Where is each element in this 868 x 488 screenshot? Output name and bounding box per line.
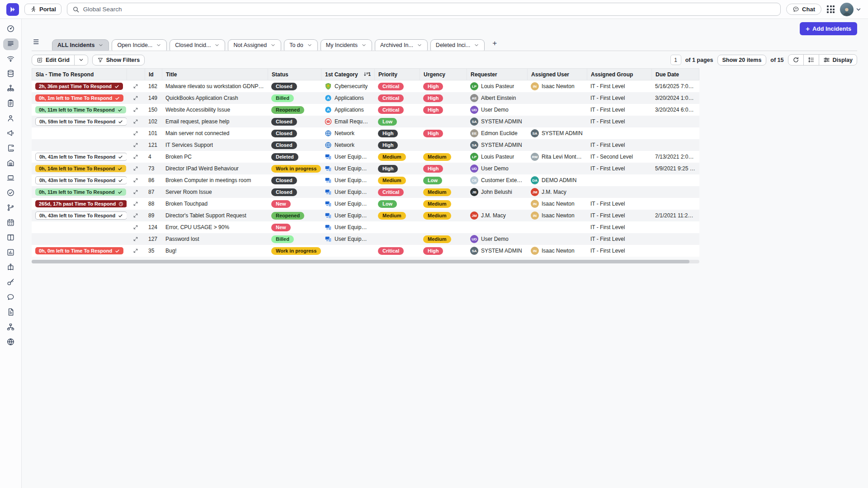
page-number-input[interactable] bbox=[670, 55, 681, 65]
expand-row-icon[interactable] bbox=[133, 178, 138, 183]
sidebar-item-chat-bubble[interactable] bbox=[3, 292, 19, 304]
tab-to-do[interactable]: To do bbox=[284, 39, 318, 51]
tab-open-incide[interactable]: Open Incide... bbox=[112, 39, 167, 51]
cell-assigned_user: JMJ.M. Macy bbox=[527, 186, 587, 198]
expand-row-icon[interactable] bbox=[133, 84, 138, 89]
incident-row[interactable]: 0h, 11m left to Time To Respond87Server … bbox=[32, 186, 699, 198]
edit-grid-button[interactable]: Edit Grid bbox=[32, 55, 74, 65]
expand-row-icon[interactable] bbox=[133, 154, 138, 160]
sidebar-item-wifi-signal[interactable] bbox=[3, 53, 19, 65]
column-header-title: Title bbox=[162, 69, 268, 80]
sidebar-item-branch[interactable] bbox=[3, 202, 19, 214]
expand-row-icon[interactable] bbox=[133, 107, 138, 113]
chat-button[interactable]: Chat bbox=[786, 4, 821, 15]
add-incidents-button[interactable]: + Add Incidents bbox=[800, 22, 857, 35]
sidebar-item-document[interactable] bbox=[3, 307, 19, 319]
status-badge: Deleted bbox=[271, 153, 298, 161]
add-tab-button[interactable]: + bbox=[489, 38, 500, 49]
portal-button[interactable]: Portal bbox=[24, 4, 61, 15]
expand-row-icon[interactable] bbox=[133, 166, 138, 171]
sla-text: 0h, 41m left to Time To Respond bbox=[39, 155, 115, 160]
expand-row-icon[interactable] bbox=[133, 248, 138, 253]
sidebar-item-org-chart[interactable] bbox=[3, 83, 19, 95]
tab-all-incidents[interactable]: ALL Incidents bbox=[52, 39, 109, 51]
expand-row-icon[interactable] bbox=[133, 201, 138, 206]
title-text: Bug! bbox=[165, 248, 177, 254]
incident-row[interactable]: 124Error, CPU USAGE > 90%NewUser Equipme… bbox=[32, 221, 699, 233]
tab-closed-incid[interactable]: Closed Incid... bbox=[170, 39, 225, 51]
incident-row[interactable]: 0h, 0m left to Time To Respond35Bug!Work… bbox=[32, 245, 699, 257]
grid-body: 2h, 36m past Time To Respond162Malware r… bbox=[32, 80, 699, 257]
sidebar-item-calendar[interactable] bbox=[3, 217, 19, 229]
tab-archived-in[interactable]: Archived In... bbox=[375, 39, 428, 51]
expand-row-icon[interactable] bbox=[133, 213, 138, 218]
expand-row-icon[interactable] bbox=[133, 189, 138, 195]
incident-row[interactable]: 121IT Services SupportClosedNetworkHighS… bbox=[32, 139, 699, 151]
search-input[interactable] bbox=[83, 6, 775, 13]
tab-not-assigned[interactable]: Not Assigned bbox=[228, 39, 281, 51]
incident-row[interactable]: 2h, 36m past Time To Respond162Malware r… bbox=[32, 80, 699, 92]
sidebar-item-knowledge-book[interactable] bbox=[3, 262, 19, 274]
expand-row-icon[interactable] bbox=[133, 131, 138, 136]
priority-badge: Medium bbox=[378, 153, 406, 161]
apps-grid-icon[interactable] bbox=[827, 5, 835, 13]
incident-row[interactable]: 0h, 59m left to Time To Respond102Email … bbox=[32, 116, 699, 127]
cell-status: Billed bbox=[268, 233, 321, 245]
cell-category: User Equipment bbox=[321, 174, 374, 186]
sidebar-item-kanban-board[interactable] bbox=[3, 232, 19, 244]
sidebar-item-laptop[interactable] bbox=[3, 173, 19, 184]
expand-row-icon[interactable] bbox=[133, 236, 138, 242]
assigned_group-text: IT - First Level bbox=[590, 212, 625, 219]
sidebar-item-bar-chart[interactable] bbox=[3, 247, 19, 259]
expand-row-icon[interactable] bbox=[133, 95, 138, 101]
show-items-button[interactable]: Show 20 items bbox=[717, 55, 767, 66]
tab-label: To do bbox=[289, 42, 303, 48]
edit-grid-dropdown[interactable] bbox=[74, 55, 88, 65]
incident-row[interactable]: 101Main server not connectedClosedNetwor… bbox=[32, 127, 699, 139]
tab-my-incidents[interactable]: My Incidents bbox=[321, 39, 372, 51]
sidebar-item-database[interactable] bbox=[3, 68, 19, 80]
incident-row[interactable]: 0h, 1m left to Time To Respond149QuickBo… bbox=[32, 92, 699, 104]
tab-menu-icon[interactable] bbox=[33, 38, 40, 47]
category-text: Cybersecurity bbox=[335, 83, 368, 89]
check-icon bbox=[118, 155, 123, 160]
incident-row[interactable]: 0h, 14m left to Time To Respond73Directo… bbox=[32, 163, 699, 174]
row-height-button[interactable] bbox=[803, 55, 819, 65]
refresh-button[interactable] bbox=[788, 55, 803, 65]
cell-sla: 0h, 1m left to Time To Respond bbox=[32, 92, 127, 104]
category-text: User Equipment bbox=[335, 189, 371, 195]
expand-row-icon[interactable] bbox=[133, 225, 138, 230]
sidebar-item-person[interactable] bbox=[3, 113, 19, 125]
sidebar-item-check-circle[interactable] bbox=[3, 188, 19, 199]
title-text: QuickBooks Application Crash bbox=[165, 95, 238, 101]
tab-deleted-inci[interactable]: Deleted Inci... bbox=[430, 39, 485, 51]
user-avatar[interactable] bbox=[840, 3, 854, 16]
display-button[interactable]: Display bbox=[819, 55, 857, 65]
user-menu[interactable] bbox=[840, 3, 862, 16]
sidebar-item-scroll[interactable] bbox=[3, 143, 19, 155]
sidebar-item-network-nodes[interactable] bbox=[3, 322, 19, 333]
sidebar-item-incident-list[interactable] bbox=[3, 38, 19, 50]
cell-id: 162 bbox=[145, 80, 162, 92]
incident-row[interactable]: 0h, 41m left to Time To Respond4Broken P… bbox=[32, 151, 699, 163]
cell-expand bbox=[127, 221, 145, 233]
sidebar-item-megaphone[interactable] bbox=[3, 128, 19, 140]
incident-row[interactable]: 265d, 17h past Time To Respond88Broken T… bbox=[32, 198, 699, 210]
horizontal-scrollbar[interactable] bbox=[32, 260, 689, 263]
sidebar-item-globe[interactable] bbox=[3, 337, 19, 348]
urgency-badge: High bbox=[423, 106, 443, 114]
incident-row[interactable]: 0h, 43m left to Time To Respond89Directo… bbox=[32, 210, 699, 221]
show-filters-button[interactable]: Show Filters bbox=[92, 55, 145, 66]
incident-row[interactable]: 127Password lostBilledUser EquipmentMedi… bbox=[32, 233, 699, 245]
sla-badge: 0h, 11m left to Time To Respond bbox=[35, 188, 126, 196]
incident-row[interactable]: 0h, 11m left to Time To Respond150Websit… bbox=[32, 104, 699, 116]
expand-row-icon[interactable] bbox=[133, 119, 138, 124]
incident-row[interactable]: 0h, 43m left to Time To Respond86Broken … bbox=[32, 174, 699, 186]
brand-logo[interactable] bbox=[6, 3, 19, 16]
sidebar-item-archive[interactable] bbox=[3, 158, 19, 169]
expand-row-icon[interactable] bbox=[133, 142, 138, 148]
sidebar-item-key[interactable] bbox=[3, 277, 19, 289]
sort-ascending-icon[interactable]: 1 bbox=[363, 71, 371, 77]
sidebar-item-clipboard[interactable] bbox=[3, 98, 19, 110]
sidebar-item-dashboard-gauge[interactable] bbox=[3, 23, 19, 35]
